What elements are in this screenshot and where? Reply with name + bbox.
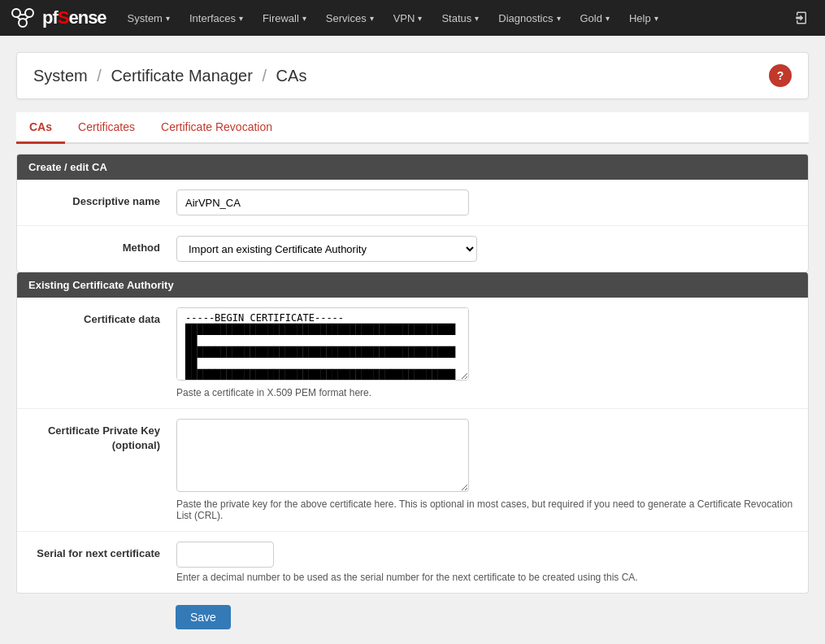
method-label: Method <box>30 236 176 255</box>
chevron-down-icon: ▾ <box>606 14 610 23</box>
svg-line-5 <box>25 17 28 20</box>
descriptive-name-row: Descriptive name <box>17 180 808 226</box>
serial-input[interactable] <box>176 542 274 568</box>
certificate-data-input[interactable]: -----BEGIN CERTIFICATE----- ████████████… <box>176 307 469 381</box>
svg-point-0 <box>12 9 20 17</box>
chevron-down-icon: ▾ <box>370 14 374 23</box>
nav-firewall[interactable]: Firewall ▾ <box>254 0 315 36</box>
chevron-down-icon: ▾ <box>557 14 561 23</box>
brand-logo: pfSense <box>8 3 106 33</box>
private-key-help: Paste the private key for the above cert… <box>176 498 795 521</box>
chevron-down-icon: ▾ <box>654 14 658 23</box>
create-edit-ca-form: Create / edit CA Descriptive name Method… <box>16 154 809 272</box>
private-key-input[interactable] <box>176 419 469 492</box>
private-key-wrap: Paste the private key for the above cert… <box>176 419 795 521</box>
main-content: System / Certificate Manager / CAs ? CAs… <box>0 36 825 644</box>
serial-wrap: Enter a decimal number to be used as the… <box>176 542 795 583</box>
tab-cas[interactable]: CAs <box>16 112 65 144</box>
serial-help: Enter a decimal number to be used as the… <box>176 572 795 583</box>
svg-point-1 <box>25 9 33 17</box>
descriptive-name-wrap <box>176 189 795 215</box>
chevron-down-icon: ▾ <box>418 14 422 23</box>
private-key-label: Certificate Private Key (optional) <box>30 419 176 453</box>
method-select[interactable]: Create an internal Certificate Authority… <box>176 236 477 262</box>
private-key-row: Certificate Private Key (optional) Paste… <box>17 409 808 532</box>
certificate-data-wrap: -----BEGIN CERTIFICATE----- ████████████… <box>176 307 795 398</box>
logout-icon <box>794 11 809 25</box>
nav-status[interactable]: Status ▾ <box>433 0 487 36</box>
svg-line-4 <box>17 17 20 20</box>
nav-services[interactable]: Services ▾ <box>318 0 382 36</box>
nav-logout[interactable] <box>786 0 817 36</box>
descriptive-name-label: Descriptive name <box>30 189 176 209</box>
help-button[interactable]: ? <box>769 64 792 87</box>
breadcrumb-panel: System / Certificate Manager / CAs ? <box>16 52 809 99</box>
nav-diagnostics[interactable]: Diagnostics ▾ <box>490 0 568 36</box>
serial-label: Serial for next certificate <box>30 542 176 561</box>
save-button[interactable]: Save <box>176 605 231 629</box>
breadcrumb: System / Certificate Manager / CAs <box>33 67 306 85</box>
existing-ca-header: Existing Certificate Authority <box>17 272 808 298</box>
serial-row: Serial for next certificate Enter a deci… <box>17 532 808 593</box>
method-row: Method Create an internal Certificate Au… <box>17 226 808 272</box>
tab-certificates[interactable]: Certificates <box>65 112 148 144</box>
nav-help[interactable]: Help ▾ <box>621 0 667 36</box>
tab-certificate-revocation[interactable]: Certificate Revocation <box>148 112 285 144</box>
brand-name: pfSense <box>42 7 106 28</box>
navbar: pfSense System ▾ Interfaces ▾ Firewall ▾… <box>0 0 825 36</box>
certificate-data-label: Certificate data <box>30 307 176 327</box>
pfsense-logo-icon <box>8 3 37 33</box>
nav-vpn[interactable]: VPN ▾ <box>385 0 431 36</box>
nav-interfaces[interactable]: Interfaces ▾ <box>181 0 251 36</box>
nav-system[interactable]: System ▾ <box>119 0 178 36</box>
descriptive-name-input[interactable] <box>176 189 469 215</box>
chevron-down-icon: ▾ <box>302 14 306 23</box>
tabs: CAs Certificates Certificate Revocation <box>16 112 809 144</box>
existing-ca-form: Existing Certificate Authority Certifica… <box>16 272 809 594</box>
chevron-down-icon: ▾ <box>475 14 479 23</box>
chevron-down-icon: ▾ <box>166 14 170 23</box>
certificate-data-help: Paste a certificate in X.509 PEM format … <box>176 387 795 398</box>
certificate-data-row: Certificate data -----BEGIN CERTIFICATE-… <box>17 298 808 409</box>
method-wrap: Create an internal Certificate Authority… <box>176 236 795 262</box>
nav-gold[interactable]: Gold ▾ <box>572 0 618 36</box>
chevron-down-icon: ▾ <box>239 14 243 23</box>
create-edit-ca-header: Create / edit CA <box>17 154 808 180</box>
